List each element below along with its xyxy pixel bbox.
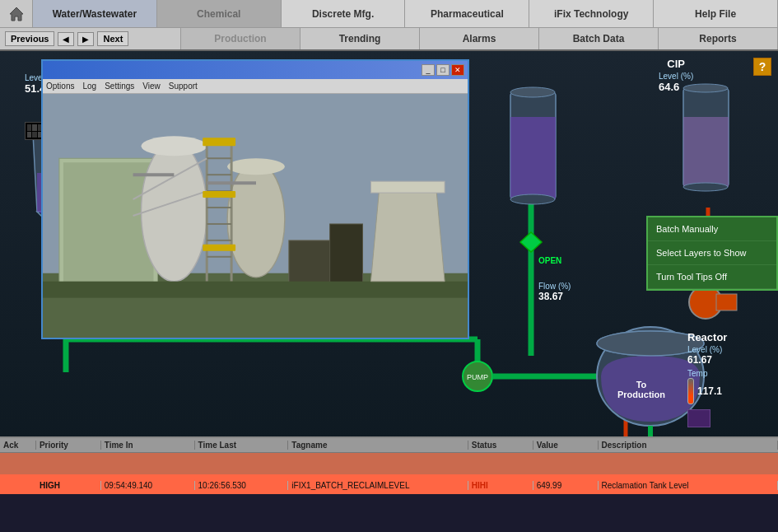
svg-rect-52 [63, 162, 154, 285]
context-menu-item-layers[interactable]: Select Layers to Show [648, 241, 776, 265]
svg-point-53 [142, 142, 207, 281]
flow-area: Flow (%) 38.67 [538, 282, 571, 302]
alarm-cell-timein-2: 09:54:49.140 [101, 481, 195, 490]
alarm-cell-value-2: 649.99 [533, 481, 599, 490]
svg-point-37 [683, 183, 728, 191]
popup-maximize-button[interactable]: □ [436, 64, 450, 76]
alarm-col-value: Value [533, 441, 599, 450]
reactor-thermometer [687, 378, 694, 404]
context-menu-item-tooltips[interactable]: Turn Tool Tips Off [648, 265, 776, 289]
svg-rect-77 [370, 181, 445, 193]
popup-menu-options[interactable]: Options [46, 82, 74, 91]
svg-point-54 [142, 136, 207, 156]
to-production-label2: Production [617, 390, 665, 399]
main-process-area: PUMP [0, 51, 778, 494]
reactor-indicator [687, 409, 710, 427]
flow-value: 38.67 [538, 291, 571, 302]
nav-help-file[interactable]: Help File [654, 0, 778, 27]
nav-production[interactable]: Production [181, 28, 300, 49]
flow-label: Flow (%) [538, 282, 571, 291]
context-menu[interactable]: Batch Manually Select Layers to Show Tur… [646, 216, 778, 291]
alarm-cell-desc-2: Reclamation Tank Level [599, 481, 779, 490]
top-navigation: Water/Wastewater Chemical Discrete Mfg. … [0, 0, 778, 28]
home-icon[interactable] [0, 0, 33, 27]
alarm-col-description: Description [599, 441, 779, 450]
reactor-level-value: 61.67 [687, 354, 727, 366]
svg-marker-76 [370, 191, 445, 282]
popup-menu-support[interactable]: Support [169, 82, 198, 91]
to-production-area: To Production [617, 380, 665, 399]
previous-button[interactable]: Previous [5, 31, 54, 46]
cip-level-area: Level (%) 64.6 [659, 72, 693, 93]
open-label: OPEN [538, 256, 561, 265]
alarm-cell-priority-2: HIGH [36, 481, 101, 490]
alarm-col-priority: Priority [36, 441, 101, 450]
svg-rect-34 [683, 88, 729, 187]
nav-reports[interactable]: Reports [659, 28, 778, 49]
svg-rect-69 [330, 224, 363, 290]
to-production-label1: To [617, 380, 665, 390]
svg-rect-72 [203, 138, 235, 146]
back-arrow-button[interactable]: ◀ [58, 32, 74, 46]
nav-water-wastewater[interactable]: Water/Wastewater [33, 0, 157, 27]
alarm-col-timein: Time In [101, 441, 195, 450]
alarm-row-1[interactable] [0, 453, 778, 474]
reactor-temp-value: 117.1 [697, 385, 722, 397]
svg-point-32 [510, 87, 555, 97]
reactor-temp-row: 117.1 [687, 378, 727, 404]
reactor-level-area: Level (%) 61.67 [687, 345, 727, 366]
cip-area-labels: CIP Level (%) 64.6 [659, 58, 693, 93]
svg-marker-0 [10, 7, 23, 21]
svg-point-42 [689, 286, 722, 319]
reactor-area-labels: Reactor Level (%) 61.67 Temp 117.1 [687, 331, 727, 427]
reactor-temp-area: Temp 117.1 [687, 369, 727, 404]
svg-rect-31 [510, 117, 556, 199]
popup-menu-settings[interactable]: Settings [105, 82, 134, 91]
svg-rect-35 [683, 117, 729, 187]
alarm-cell-tagname-2: iFIX1_BATCH_RECLAIMLEVEL [288, 481, 468, 490]
reactor-temp-label: Temp [687, 369, 727, 378]
nav-chemical[interactable]: Chemical [157, 0, 282, 27]
context-menu-item-batch[interactable]: Batch Manually [648, 217, 776, 241]
alarm-cell-status-2: HIHI [468, 481, 533, 490]
popup-menu-log[interactable]: Log [82, 82, 96, 91]
alarm-col-status: Status [468, 441, 533, 450]
reactor-level-label: Level (%) [687, 345, 727, 354]
nav-pharmaceutical[interactable]: Pharmaceutical [405, 0, 529, 27]
svg-text:PUMP: PUMP [467, 373, 488, 381]
alarm-header: Ack Priority Time In Time Last Tagname S… [0, 438, 778, 453]
cip-level-value: 64.6 [659, 81, 693, 93]
forward-arrow-button[interactable]: ▶ [77, 32, 94, 46]
alarm-col-timelast: Time Last [195, 441, 289, 450]
nav-ifix-technology[interactable]: iFix Technology [529, 0, 654, 27]
alarm-col-tagname: Tagname [288, 441, 468, 450]
prev-next-area: Previous ◀ ▶ Next [0, 28, 181, 49]
help-icon[interactable]: ? [753, 58, 771, 76]
bulk-valve-open-label: OPEN [538, 255, 561, 265]
popup-factory-image [43, 94, 468, 338]
svg-rect-74 [203, 245, 235, 251]
svg-point-33 [510, 194, 555, 204]
svg-rect-73 [203, 191, 235, 198]
next-button[interactable]: Next [97, 31, 128, 46]
alarm-cell-timelast-2: 10:26:56.530 [195, 481, 289, 490]
second-navigation: Previous ◀ ▶ Next Production Trending Al… [0, 28, 778, 51]
nav-alarms[interactable]: Alarms [420, 28, 539, 49]
popup-close-button[interactable]: ✕ [451, 64, 464, 76]
svg-rect-43 [716, 294, 737, 310]
popup-minimize-button[interactable]: _ [422, 64, 435, 76]
svg-point-55 [227, 162, 285, 277]
nav-discrete-mfg[interactable]: Discrete Mfg. [282, 0, 406, 27]
reactor-title: Reactor [687, 331, 727, 343]
popup-titlebar: _ □ ✕ [43, 61, 468, 79]
alarm-row-2[interactable]: HIGH 09:54:49.140 10:26:56.530 iFIX1_BAT… [0, 474, 778, 494]
alarm-col-ack: Ack [0, 441, 36, 450]
svg-rect-30 [510, 92, 556, 199]
popup-window[interactable]: _ □ ✕ Options Log Settings View Support [41, 59, 469, 339]
popup-menu-view[interactable]: View [142, 82, 161, 91]
svg-rect-75 [43, 282, 468, 298]
process-background: PUMP [0, 51, 778, 494]
nav-trending[interactable]: Trending [300, 28, 420, 49]
nav-batch-data[interactable]: Batch Data [539, 28, 659, 49]
svg-marker-38 [520, 232, 542, 252]
